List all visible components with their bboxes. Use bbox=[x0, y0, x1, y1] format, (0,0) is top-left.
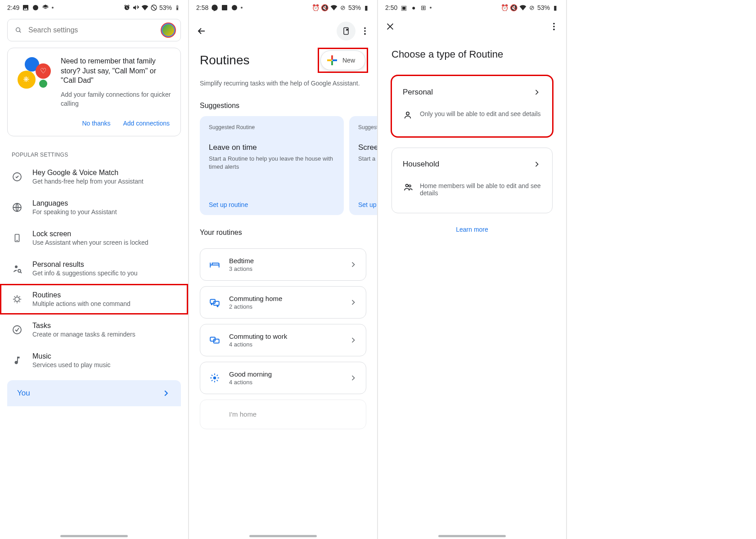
clock: 2:49 bbox=[7, 4, 19, 11]
add-connections-button[interactable]: Add connections bbox=[121, 116, 171, 130]
messenger-icon bbox=[211, 4, 218, 11]
svg-point-38 bbox=[406, 184, 409, 187]
setting-hey-google[interactable]: Hey Google & Voice MatchGet hands-free h… bbox=[0, 162, 188, 192]
mute-icon: 🔇 bbox=[321, 4, 328, 11]
svg-point-35 bbox=[553, 26, 555, 27]
mute-icon bbox=[132, 4, 140, 11]
svg-point-39 bbox=[409, 185, 411, 187]
card-desc: Start a Routine to help you leave the ho… bbox=[209, 155, 335, 171]
avatar[interactable] bbox=[161, 22, 176, 38]
nav-handle[interactable] bbox=[249, 535, 317, 537]
setting-lock-screen[interactable]: Lock screenUse Assistant when your scree… bbox=[0, 223, 188, 253]
svg-point-0 bbox=[33, 5, 38, 10]
svg-point-16 bbox=[364, 27, 366, 29]
music-note-icon bbox=[12, 355, 22, 366]
item-title: Languages bbox=[32, 199, 117, 207]
routine-commuting-work[interactable]: Commuting to work4 actions bbox=[200, 324, 366, 356]
plus-icon bbox=[327, 55, 337, 65]
routine-sub: 4 actions bbox=[229, 341, 341, 348]
sports-icon: ● bbox=[410, 4, 417, 11]
no-thanks-button[interactable]: No thanks bbox=[80, 116, 112, 130]
setting-personal-results[interactable]: Personal resultsGet info & suggestions s… bbox=[0, 253, 188, 284]
suggestions-carousel[interactable]: Suggested Routine Leave on time Start a … bbox=[189, 116, 377, 215]
chevron-right-icon bbox=[161, 388, 171, 398]
chevron-right-icon bbox=[349, 260, 358, 269]
bed-icon bbox=[208, 258, 221, 271]
more-notifications-dot bbox=[241, 7, 243, 9]
item-sub: Multiple actions with one command bbox=[32, 300, 130, 307]
svg-point-13 bbox=[13, 326, 21, 334]
item-title: Hey Google & Voice Match bbox=[32, 169, 144, 177]
svg-line-31 bbox=[217, 380, 218, 381]
mute-icon: 🔇 bbox=[510, 4, 518, 11]
nav-handle[interactable] bbox=[60, 535, 128, 537]
phone-icon bbox=[12, 233, 22, 243]
overflow-menu-button[interactable] bbox=[360, 26, 370, 36]
overflow-menu-button[interactable] bbox=[549, 22, 559, 31]
search-icon bbox=[15, 27, 22, 34]
item-sub: Use Assistant when your screen is locked bbox=[32, 239, 148, 246]
svg-point-34 bbox=[553, 23, 555, 25]
suggestion-card-screen-time[interactable]: Suggested Routine Screen time Start a ro… bbox=[349, 116, 377, 215]
do-not-disturb-icon: ⊘ bbox=[528, 4, 536, 11]
svg-rect-15 bbox=[344, 28, 348, 35]
item-sub: Get hands-free help from your Assistant bbox=[32, 178, 144, 185]
routine-sub: 2 actions bbox=[229, 303, 341, 310]
screen-choose-routine-type: 2:50 ▣ ● ⊞ ⏰ 🔇 ⊘ 53% ▮ Choose a type of … bbox=[378, 0, 567, 539]
settings-search-bar[interactable] bbox=[7, 19, 181, 41]
routine-sub: 3 actions bbox=[229, 265, 341, 272]
routine-type-personal[interactable]: Personal Only you will be able to edit a… bbox=[392, 76, 553, 137]
back-button[interactable] bbox=[196, 26, 207, 36]
svg-point-14 bbox=[232, 5, 237, 10]
alarm-icon bbox=[123, 4, 130, 11]
routines-icon bbox=[12, 294, 22, 305]
chevron-right-icon bbox=[349, 373, 358, 382]
svg-point-12 bbox=[15, 297, 19, 301]
new-routine-button[interactable]: New bbox=[320, 50, 365, 70]
item-title: Routines bbox=[32, 291, 130, 299]
set-up-routine-button[interactable]: Set up routine bbox=[358, 201, 377, 208]
routine-bedtime[interactable]: Bedtime3 actions bbox=[200, 248, 366, 281]
card-title: Need to remember that family story? Just… bbox=[61, 56, 171, 85]
item-sub: Get info & suggestions specific to you bbox=[32, 270, 137, 277]
chevron-right-icon bbox=[349, 336, 358, 345]
suggestion-card-leave-on-time[interactable]: Suggested Routine Leave on time Start a … bbox=[200, 116, 344, 215]
tasks-icon bbox=[12, 324, 22, 335]
setting-languages[interactable]: LanguagesFor speaking to your Assistant bbox=[0, 192, 188, 223]
voice-match-icon bbox=[12, 171, 22, 182]
svg-point-25 bbox=[213, 376, 216, 379]
setting-routines[interactable]: RoutinesMultiple actions with one comman… bbox=[0, 284, 188, 314]
routine-commuting-home[interactable]: Commuting home2 actions bbox=[200, 286, 366, 319]
popular-settings-label: POPULAR SETTINGS bbox=[0, 152, 188, 158]
close-button[interactable] bbox=[385, 22, 395, 31]
item-title: Tasks bbox=[32, 322, 135, 330]
you-tab[interactable]: You bbox=[7, 380, 181, 406]
routine-type-household[interactable]: Household Home members will be able to e… bbox=[392, 148, 553, 213]
svg-point-18 bbox=[364, 33, 366, 35]
item-sub: For speaking to your Assistant bbox=[32, 208, 117, 216]
svg-point-21 bbox=[211, 304, 212, 305]
item-sub: Create or manage tasks & reminders bbox=[32, 331, 135, 338]
battery-percent: 53% bbox=[159, 4, 172, 11]
svg-line-2 bbox=[152, 6, 156, 9]
item-title: Lock screen bbox=[32, 230, 148, 238]
setting-music[interactable]: MusicServices used to play music bbox=[0, 345, 188, 376]
search-input[interactable] bbox=[28, 26, 154, 34]
svg-line-33 bbox=[217, 375, 218, 376]
svg-point-36 bbox=[553, 29, 555, 31]
setting-tasks[interactable]: TasksCreate or manage tasks & reminders bbox=[0, 314, 188, 345]
routine-im-home[interactable]: I'm home bbox=[200, 400, 366, 429]
chevron-right-icon bbox=[532, 160, 541, 169]
card-title: Leave on time bbox=[209, 143, 335, 152]
item-title: Personal results bbox=[32, 261, 137, 269]
shortcut-button[interactable] bbox=[337, 22, 356, 40]
set-up-routine-button[interactable]: Set up routine bbox=[209, 201, 248, 208]
page-title: Routines bbox=[200, 53, 250, 67]
type-title: Household bbox=[403, 160, 439, 169]
learn-more-link[interactable]: Learn more bbox=[456, 226, 488, 233]
nav-handle[interactable] bbox=[438, 535, 506, 537]
routine-title: Bedtime bbox=[229, 257, 341, 265]
battery-percent: 53% bbox=[348, 4, 361, 11]
routine-good-morning[interactable]: Good morning4 actions bbox=[200, 362, 366, 394]
home-icon bbox=[208, 408, 221, 421]
